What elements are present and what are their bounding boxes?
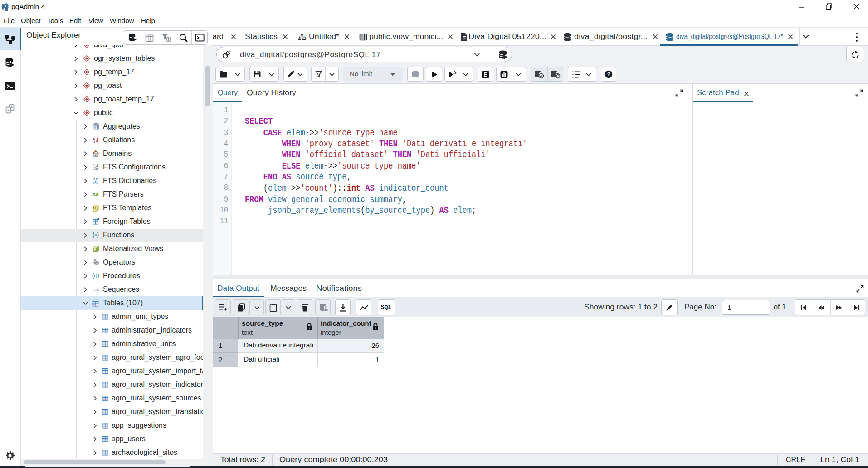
- svg-text:?: ?: [607, 72, 610, 77]
